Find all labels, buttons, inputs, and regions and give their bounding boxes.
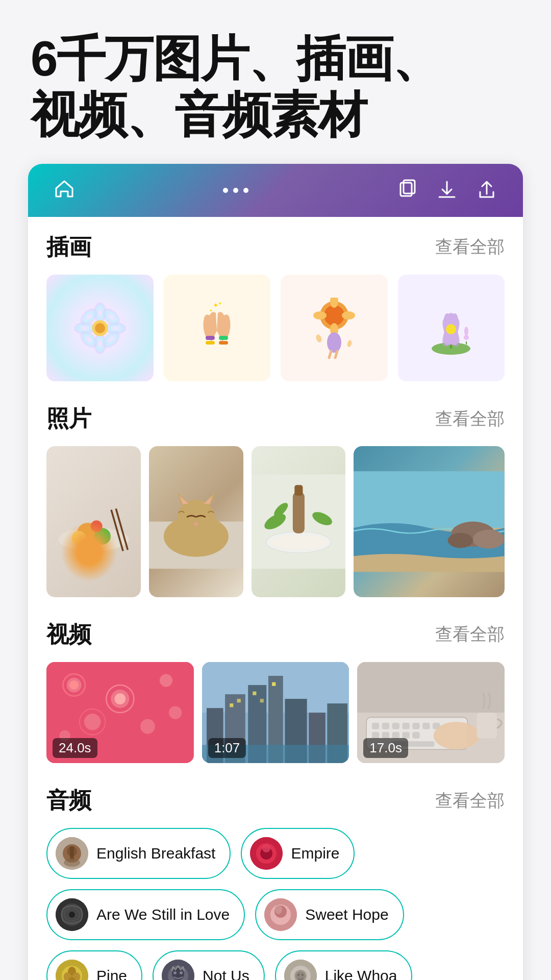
svg-point-75 (140, 719, 155, 734)
svg-point-45 (91, 521, 103, 532)
svg-point-118 (64, 859, 80, 867)
svg-point-63 (270, 535, 327, 550)
illus-item-2[interactable]: ✦ ✦ ✦ (164, 275, 271, 382)
app-toolbar (28, 164, 523, 217)
video-view-all[interactable]: 查看全部 (435, 623, 505, 646)
svg-rect-64 (354, 472, 505, 528)
svg-point-28 (315, 333, 322, 342)
audio-thumb-sweet (264, 898, 297, 931)
illustration-title: 插画 (46, 232, 91, 262)
video-item-1[interactable]: 24.0s (46, 662, 194, 763)
share-icon[interactable] (476, 179, 497, 202)
svg-point-42 (77, 523, 98, 544)
audio-title: 音频 (46, 786, 91, 816)
svg-rect-106 (372, 732, 379, 739)
svg-point-24 (342, 311, 355, 320)
svg-point-41 (58, 528, 129, 551)
audio-chip-empire[interactable]: Empire (241, 828, 355, 879)
home-icon[interactable] (54, 178, 75, 203)
audio-thumb-empire (250, 837, 283, 870)
audio-label-notus: Not Us (203, 967, 249, 980)
illus-item-1[interactable] (46, 275, 154, 382)
svg-point-20 (324, 305, 344, 326)
svg-point-50 (177, 500, 215, 537)
svg-rect-113 (477, 713, 497, 739)
audio-thumb-love (56, 898, 88, 931)
toolbar-right (396, 179, 497, 202)
svg-point-140 (180, 971, 183, 974)
svg-rect-110 (413, 732, 420, 739)
audio-section-header: 音频 查看全部 (46, 786, 505, 816)
svg-point-25 (327, 332, 341, 353)
svg-point-23 (313, 311, 327, 320)
hero-title: 6千万图片、插画、 视频、音频素材 (0, 0, 551, 164)
photo-sea[interactable] (354, 446, 505, 597)
photo-view-all[interactable]: 查看全部 (435, 407, 505, 431)
svg-point-125 (69, 912, 75, 918)
svg-rect-107 (382, 732, 389, 739)
svg-point-122 (262, 844, 270, 852)
svg-point-39 (464, 327, 468, 336)
more-dots[interactable] (223, 188, 248, 193)
svg-text:✦: ✦ (218, 301, 222, 306)
audio-thumb-pine (56, 960, 88, 980)
svg-rect-108 (392, 732, 399, 739)
illus-item-3[interactable] (281, 275, 388, 382)
photo-row (46, 446, 505, 597)
app-card: 插画 查看全部 (28, 164, 523, 980)
illustration-row: ✦ ✦ ✦ (46, 275, 505, 382)
svg-rect-92 (253, 692, 256, 695)
audio-chip-love[interactable]: Are We Still in Love (46, 889, 245, 940)
photo-cat[interactable] (149, 446, 243, 597)
svg-rect-59 (294, 485, 303, 496)
svg-point-36 (446, 324, 456, 334)
svg-point-145 (297, 974, 299, 976)
svg-point-77 (169, 706, 182, 719)
svg-point-67 (448, 533, 473, 548)
app-content: 插画 查看全部 (28, 217, 523, 980)
svg-rect-109 (403, 732, 410, 739)
svg-rect-15 (219, 341, 228, 345)
audio-chip-whoa[interactable]: Like Whoa (275, 950, 413, 980)
audio-label-love: Are We Still in Love (96, 906, 230, 923)
audio-chip-sweet[interactable]: Sweet Hope (255, 889, 404, 940)
photo-oil[interactable] (252, 446, 346, 597)
svg-point-66 (473, 530, 505, 549)
audio-label-sweet: Sweet Hope (305, 906, 388, 923)
audio-chip-breakfast[interactable]: English Breakfast (46, 828, 231, 879)
illustration-view-all[interactable]: 查看全部 (435, 235, 505, 259)
svg-point-43 (94, 528, 111, 545)
svg-rect-90 (230, 703, 233, 707)
audio-thumb-whoa (284, 960, 317, 980)
video-section-header: 视频 查看全部 (46, 620, 505, 650)
svg-rect-93 (260, 699, 263, 702)
svg-rect-102 (403, 723, 410, 729)
svg-rect-103 (413, 723, 420, 729)
audio-view-all[interactable]: 查看全部 (435, 789, 505, 813)
photo-section-header: 照片 查看全部 (46, 404, 505, 434)
audio-label-empire: Empire (291, 845, 339, 862)
audio-chip-notus[interactable]: Not Us (153, 950, 265, 980)
layers-icon[interactable] (396, 179, 418, 202)
audio-label-breakfast: English Breakfast (96, 845, 215, 862)
photo-fruits[interactable] (46, 446, 141, 597)
svg-rect-13 (206, 341, 215, 345)
illus-item-4[interactable] (398, 275, 505, 382)
video-duration-1: 24.0s (53, 738, 97, 758)
video-item-3[interactable]: 17.0s (357, 662, 505, 763)
audio-chip-pine[interactable]: Pine (46, 950, 142, 980)
svg-text:✦: ✦ (209, 308, 213, 313)
svg-point-112 (434, 722, 480, 749)
photo-title: 照片 (46, 404, 91, 434)
audio-grid: English Breakfast Empire (46, 828, 505, 980)
svg-line-26 (329, 351, 331, 358)
svg-point-139 (173, 971, 177, 974)
svg-point-146 (302, 974, 304, 976)
video-duration-2: 1:07 (208, 738, 246, 758)
svg-rect-14 (219, 336, 228, 340)
svg-point-11 (95, 323, 105, 333)
video-item-2[interactable]: 1:07 (202, 662, 349, 763)
svg-point-73 (160, 674, 172, 687)
download-icon[interactable] (436, 179, 458, 202)
illustration-section-header: 插画 查看全部 (46, 232, 505, 262)
